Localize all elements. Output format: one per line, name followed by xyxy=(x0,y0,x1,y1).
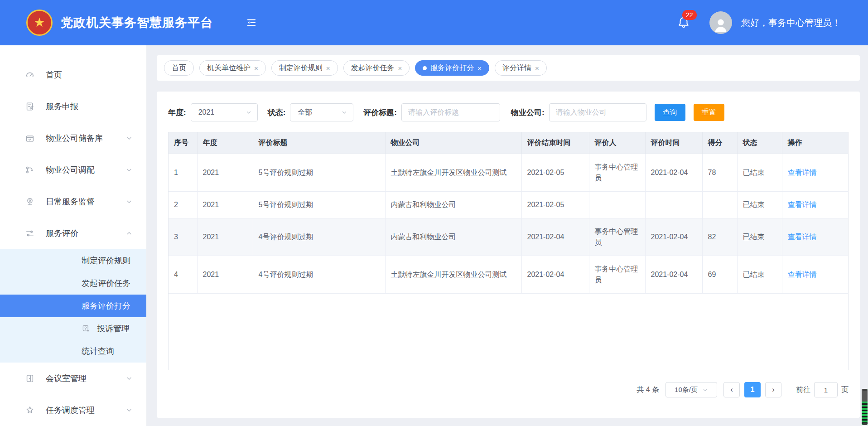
view-detail-link[interactable]: 查看详情 xyxy=(788,271,817,278)
view-detail-link[interactable]: 查看详情 xyxy=(788,169,817,176)
tab-make-rules[interactable]: 制定评价规则 × xyxy=(271,60,338,76)
sidebar-item-service-declare[interactable]: 服务申报 xyxy=(0,91,146,122)
notification-bell[interactable]: 22 xyxy=(677,15,690,30)
submenu-item-launch-task[interactable]: 发起评价任务 xyxy=(0,272,146,295)
sidebar-item-label: 服务申报 xyxy=(46,101,78,112)
tab-launch-task[interactable]: 发起评价任务 × xyxy=(343,60,410,76)
chevron-down-icon xyxy=(341,109,347,116)
view-detail-link[interactable]: 查看详情 xyxy=(788,201,817,208)
notification-badge: 22 xyxy=(682,10,697,20)
chevron-down-icon xyxy=(702,387,708,393)
sidebar-item-company-allocate[interactable]: 物业公司调配 xyxy=(0,154,146,186)
tab-org-maintenance[interactable]: 机关单位维护 × xyxy=(199,60,266,76)
tab-bar: 首页 机关单位维护 × 制定评价规则 × 发起评价任务 × 服务评价打分 × 评… xyxy=(157,55,860,81)
submenu-item-complaints[interactable]: 投诉管理 xyxy=(0,317,146,340)
cell-index: 4 xyxy=(169,256,197,294)
national-emblem-logo: ★ xyxy=(26,10,53,36)
scrollbar-thumb[interactable] xyxy=(862,389,868,425)
top-header: ★ 党政机关事务智慧服务平台 22 您好，事务中心管理员！ xyxy=(0,0,868,45)
eval-title-label: 评价标题: xyxy=(363,107,397,118)
cell-eval-time: 2021-02-04 xyxy=(645,256,702,294)
sidebar-collapse-icon[interactable] xyxy=(246,17,257,29)
cell-score: 69 xyxy=(702,256,737,294)
sidebar-item-home[interactable]: 首页 xyxy=(0,59,146,91)
submenu-item-scoring[interactable]: 服务评价打分 xyxy=(0,295,146,317)
chevron-down-icon xyxy=(246,109,252,116)
tab-label: 评分详情 xyxy=(502,63,531,73)
company-input[interactable] xyxy=(549,103,646,121)
cell-eval-time: 2021-02-04 xyxy=(645,218,702,256)
goto-label: 前往 xyxy=(796,385,810,395)
year-select[interactable]: 2021 xyxy=(191,103,258,121)
cell-title: 4号评价规则过期 xyxy=(253,256,385,294)
goto-page-input[interactable] xyxy=(814,382,838,397)
active-tab-dot xyxy=(423,66,427,70)
user-greeting: 您好，事务中心管理员！ xyxy=(741,17,841,29)
close-tab-icon[interactable]: × xyxy=(398,64,402,72)
cell-status: 已结束 xyxy=(737,192,782,218)
sidebar-item-meeting-room[interactable]: 会议室管理 xyxy=(0,363,146,394)
search-button[interactable]: 查询 xyxy=(655,104,685,121)
chevron-down-icon xyxy=(125,375,133,382)
tab-score-detail[interactable]: 评分详情 × xyxy=(495,60,547,76)
cell-year: 2021 xyxy=(197,218,253,256)
sidebar-item-daily-supervision[interactable]: 日常服务监督 xyxy=(0,186,146,218)
reset-button[interactable]: 重置 xyxy=(694,104,724,121)
star-icon xyxy=(25,405,35,415)
company-label: 物业公司: xyxy=(511,107,545,118)
user-avatar[interactable] xyxy=(709,11,732,34)
close-tab-icon[interactable]: × xyxy=(477,64,482,72)
document-edit-icon xyxy=(25,102,35,111)
submenu-item-statistics[interactable]: 统计查询 xyxy=(0,340,146,363)
sidebar-item-task-scheduling[interactable]: 任务调度管理 xyxy=(0,394,146,426)
main-content: 首页 机关单位维护 × 制定评价规则 × 发起评价任务 × 服务评价打分 × 评… xyxy=(147,45,868,426)
shuffle-icon xyxy=(25,165,35,175)
sidebar-item-service-evaluation[interactable]: 服务评价 xyxy=(0,218,146,249)
submenu-item-label: 统计查询 xyxy=(82,346,114,357)
col-header-index: 序号 xyxy=(169,132,197,154)
sidebar-item-label: 物业公司储备库 xyxy=(46,133,103,144)
close-tab-icon[interactable]: × xyxy=(326,64,330,72)
tab-home[interactable]: 首页 xyxy=(164,60,194,76)
table-row: 2 2021 5号评价规则过期 内蒙古和利物业公司 2021-02-05 已结束… xyxy=(169,192,849,218)
cell-end-time: 2021-02-04 xyxy=(521,218,589,256)
cell-index: 1 xyxy=(169,154,197,192)
cell-evaluator: 事务中心管理员 xyxy=(589,218,645,256)
col-header-company: 物业公司 xyxy=(385,132,521,154)
close-tab-icon[interactable]: × xyxy=(254,64,258,72)
status-select[interactable]: 全部 xyxy=(290,103,353,121)
tab-label: 首页 xyxy=(172,63,186,73)
submenu-item-make-rules[interactable]: 制定评价规则 xyxy=(0,249,146,272)
year-select-value: 2021 xyxy=(198,108,215,116)
view-detail-link[interactable]: 查看详情 xyxy=(788,233,817,241)
close-tab-icon[interactable]: × xyxy=(535,64,539,72)
tab-scoring-active[interactable]: 服务评价打分 × xyxy=(415,60,489,76)
tab-label: 机关单位维护 xyxy=(207,63,251,73)
header-right: 22 您好，事务中心管理员！ xyxy=(677,11,841,34)
question-doc-icon xyxy=(82,324,91,333)
cell-title: 5号评价规则过期 xyxy=(253,154,385,192)
current-page-button[interactable]: 1 xyxy=(744,382,761,397)
chevron-down-icon xyxy=(125,407,133,414)
sidebar-item-company-reserve[interactable]: 物业公司储备库 xyxy=(0,122,146,154)
cell-end-time: 2021-02-05 xyxy=(521,154,589,192)
next-page-button[interactable]: › xyxy=(765,382,781,397)
table-header-row: 序号 年度 评价标题 物业公司 评价结束时间 评价人 评价时间 得分 状态 操作 xyxy=(169,132,849,154)
cell-evaluator: 事务中心管理员 xyxy=(589,256,645,294)
sidebar-item-label: 首页 xyxy=(46,69,62,80)
emblem-star-icon: ★ xyxy=(34,16,45,29)
prev-page-button[interactable]: ‹ xyxy=(723,382,740,397)
cell-eval-time xyxy=(645,192,702,218)
chevron-down-icon xyxy=(125,166,133,174)
page-size-select[interactable]: 10条/页 xyxy=(665,382,717,397)
col-header-evaluator: 评价人 xyxy=(589,132,645,154)
sidebar-item-label: 服务评价 xyxy=(46,228,78,239)
status-select-value: 全部 xyxy=(298,108,312,117)
cell-score xyxy=(702,192,737,218)
pager: ‹ 1 › xyxy=(723,382,781,397)
eval-title-input[interactable] xyxy=(401,103,500,121)
chevron-down-icon xyxy=(125,135,133,142)
cell-index: 3 xyxy=(169,218,197,256)
cell-title: 4号评价规则过期 xyxy=(253,218,385,256)
cell-eval-time: 2021-02-04 xyxy=(645,154,702,192)
